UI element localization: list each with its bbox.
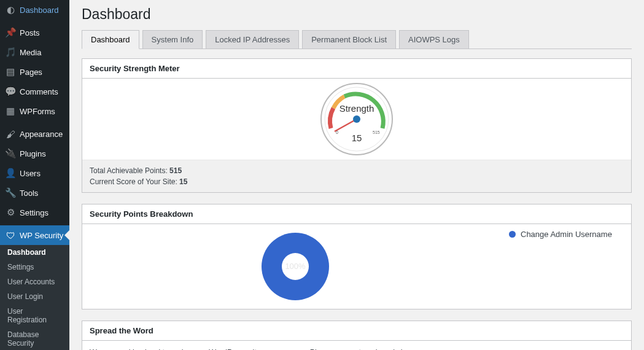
gauge-value: 15 (352, 133, 362, 143)
media-icon: 🎵 (5, 47, 16, 58)
main-content: Dashboard Dashboard System Info Locked I… (69, 0, 644, 350)
sidebar-item-label: WPForms (20, 107, 55, 116)
sidebar-item-tools[interactable]: 🔧Tools (0, 183, 69, 203)
sidebar-item-media[interactable]: 🎵Media (0, 42, 69, 62)
admin-sidebar: ◐Dashboard 📌Posts 🎵Media ▤Pages 💬Comment… (0, 0, 69, 350)
sidebar-item-posts[interactable]: 📌Posts (0, 23, 69, 42)
legend-item: Change Admin Username (509, 230, 626, 239)
sidebar-item-label: Posts (20, 28, 40, 37)
spread-panel: Spread the Word We are working hard to m… (82, 321, 632, 350)
user-icon: 👤 (5, 168, 16, 179)
legend-swatch (509, 231, 516, 238)
security-meter-panel: Security Strength Meter Strength 0 515 1… (82, 58, 632, 193)
submenu-user-registration[interactable]: User Registration (0, 304, 69, 327)
sidebar-item-label: Appearance (20, 130, 63, 139)
gauge-min: 0 (336, 130, 338, 134)
sidebar-item-plugins[interactable]: 🔌Plugins (0, 144, 69, 163)
legend-label: Change Admin Username (521, 230, 612, 239)
submenu-user-login[interactable]: User Login (0, 289, 69, 304)
submenu-settings[interactable]: Settings (0, 260, 69, 274)
tab-permanent-block[interactable]: Permanent Block List (302, 30, 396, 49)
total-label: Total Achievable Points: (90, 166, 169, 175)
tools-icon: 🔧 (5, 187, 16, 198)
gauge-footer: Total Achievable Points: 515 Current Sco… (82, 160, 631, 192)
sidebar-item-label: WP Security (20, 231, 63, 240)
panel-header: Spread the Word (82, 321, 631, 341)
sidebar-item-label: Comments (20, 87, 58, 96)
page-icon: ▤ (5, 66, 16, 77)
dashboard-icon: ◐ (5, 4, 16, 15)
plug-icon: 🔌 (5, 148, 16, 159)
sidebar-item-label: Dashboard (20, 6, 59, 15)
sidebar-item-pages[interactable]: ▤Pages (0, 62, 69, 82)
total-points-row: Total Achievable Points: 515 (90, 165, 624, 176)
donut-center: 100% (285, 262, 306, 271)
pin-icon: 📌 (5, 27, 16, 38)
breakdown-panel: Security Points Breakdown 100% Change Ad… (82, 204, 632, 309)
donut-legend: Change Admin Username (506, 227, 629, 244)
score-value: 15 (179, 177, 187, 186)
donut-chart: 100% (85, 227, 506, 306)
sidebar-item-label: Plugins (20, 149, 46, 158)
page-title: Dashboard (82, 6, 632, 23)
panel-header: Security Strength Meter (82, 59, 631, 79)
total-value: 515 (169, 166, 182, 175)
submenu-database-security[interactable]: Database Security (0, 327, 69, 350)
tab-aiowps-logs[interactable]: AIOWPS Logs (399, 30, 469, 49)
comment-icon: 💬 (5, 86, 16, 97)
sidebar-item-comments[interactable]: 💬Comments (0, 82, 69, 101)
sidebar-item-label: Pages (20, 68, 42, 77)
sidebar-item-dashboard[interactable]: ◐Dashboard (0, 0, 69, 20)
sidebar-item-settings[interactable]: ⚙Settings (0, 203, 69, 222)
sidebar-item-wpforms[interactable]: ▦WPForms (0, 101, 69, 121)
gauge-chart: Strength 0 515 15 (82, 79, 631, 160)
current-score-row: Current Score of Your Site: 15 (90, 176, 624, 187)
tab-dashboard[interactable]: Dashboard (82, 30, 139, 49)
gauge-label: Strength (339, 103, 374, 114)
settings-icon: ⚙ (5, 207, 16, 218)
score-label: Current Score of Your Site: (90, 177, 179, 186)
sidebar-item-wpsecurity[interactable]: 🛡WP Security (0, 225, 69, 245)
submenu-user-accounts[interactable]: User Accounts (0, 274, 69, 289)
sidebar-item-appearance[interactable]: 🖌Appearance (0, 124, 69, 144)
svg-point-3 (353, 115, 360, 123)
form-icon: ▦ (5, 106, 16, 117)
sidebar-item-label: Media (20, 48, 41, 57)
sidebar-item-users[interactable]: 👤Users (0, 163, 69, 183)
gauge-max: 515 (373, 130, 380, 134)
sidebar-item-label: Tools (20, 189, 38, 198)
sidebar-item-label: Settings (20, 208, 48, 217)
wpsecurity-submenu: Dashboard Settings User Accounts User Lo… (0, 245, 69, 350)
panel-header: Security Points Breakdown (82, 204, 631, 224)
tab-system-info[interactable]: System Info (142, 30, 203, 49)
brush-icon: 🖌 (5, 128, 16, 139)
tab-locked-ip[interactable]: Locked IP Addresses (206, 30, 299, 49)
submenu-dashboard[interactable]: Dashboard (0, 245, 69, 260)
nav-tabs: Dashboard System Info Locked IP Addresse… (82, 30, 632, 49)
sidebar-item-label: Users (20, 169, 41, 178)
shield-icon: 🛡 (5, 230, 16, 241)
